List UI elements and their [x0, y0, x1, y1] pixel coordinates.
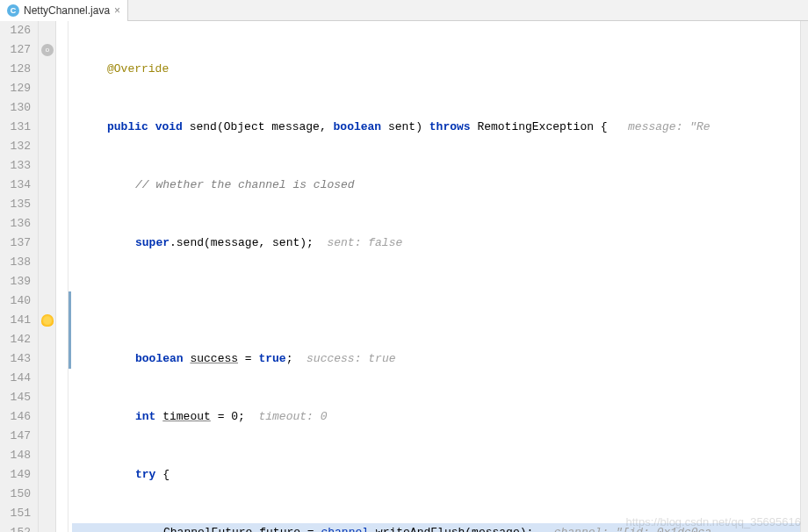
tab-bar: C NettyChannel.java × [0, 0, 808, 21]
code-line: int timeout = 0; timeout: 0 [72, 407, 808, 427]
line-number: 141 [0, 311, 31, 330]
line-number: 149 [0, 465, 31, 485]
line-number: 143 [0, 349, 31, 369]
code-line: public void send(Object message, boolean… [72, 118, 808, 137]
line-number: 136 [0, 214, 31, 234]
code-line: boolean success = true; success: true [72, 349, 808, 369]
code-line [72, 291, 808, 311]
marker-column: o [39, 21, 56, 532]
line-number: 127 [0, 40, 31, 60]
line-number: 144 [0, 369, 31, 388]
intention-bulb-icon[interactable] [41, 314, 54, 327]
code-content[interactable]: @Override public void send(Object messag… [72, 21, 808, 532]
line-number: 142 [0, 330, 31, 349]
line-number-gutter: 1261271281291301311321331341351361371381… [0, 21, 39, 532]
fold-column [56, 21, 69, 532]
line-number: 151 [0, 504, 31, 523]
line-number: 128 [0, 60, 31, 79]
execution-line: ChannelFuture future = channel.writeAndF… [72, 523, 808, 532]
line-number: 133 [0, 156, 31, 176]
line-number: 139 [0, 272, 31, 291]
line-number: 152 [0, 523, 31, 532]
override-marker-icon[interactable]: o [41, 44, 54, 56]
code-line: // whether the channel is closed [72, 176, 808, 195]
line-number: 135 [0, 195, 31, 214]
line-number: 150 [0, 485, 31, 504]
line-number: 126 [0, 21, 31, 40]
code-editor[interactable]: 1261271281291301311321331341351361371381… [0, 21, 808, 532]
code-line: try { [72, 465, 808, 485]
line-number: 145 [0, 388, 31, 407]
line-number: 146 [0, 407, 31, 427]
java-class-icon: C [7, 4, 19, 17]
line-number: 131 [0, 118, 31, 137]
tab-label: NettyChannel.java [24, 4, 110, 17]
line-number: 134 [0, 176, 31, 195]
line-number: 148 [0, 446, 31, 465]
line-number: 130 [0, 98, 31, 118]
close-icon[interactable]: × [114, 4, 120, 17]
line-number: 138 [0, 253, 31, 272]
code-line: super.send(message, sent); sent: false [72, 234, 808, 253]
line-number: 132 [0, 137, 31, 156]
error-stripe[interactable] [800, 21, 808, 532]
tab-nettychannel[interactable]: C NettyChannel.java × [0, 0, 128, 21]
line-number: 129 [0, 79, 31, 98]
line-number: 137 [0, 234, 31, 253]
code-line: @Override [72, 60, 808, 79]
line-number: 140 [0, 291, 31, 311]
line-number: 147 [0, 427, 31, 446]
